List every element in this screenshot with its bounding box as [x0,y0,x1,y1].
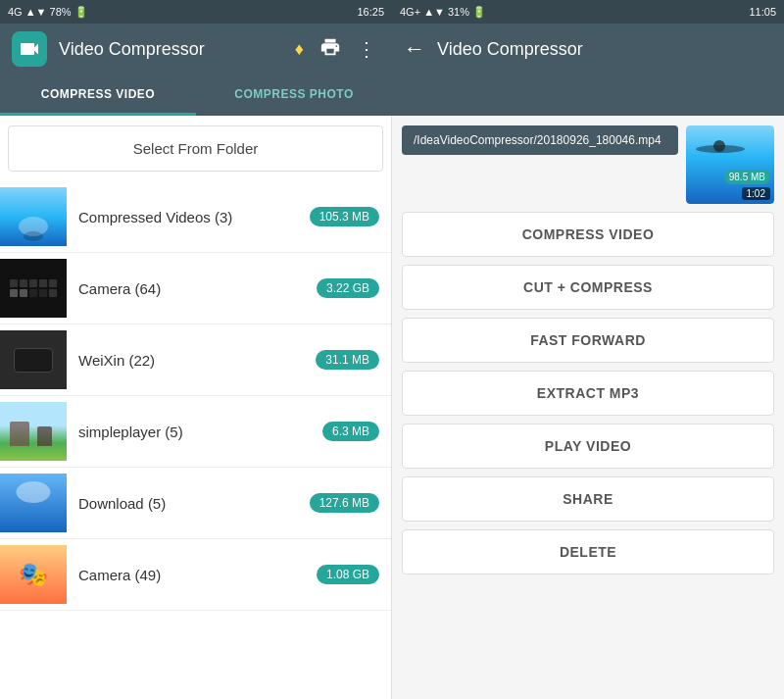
folder-thumbnail [0,330,67,389]
thumb-size-badge: 98.5 MB [724,170,770,184]
folder-size-badge: 6.3 MB [322,422,379,441]
tab-compress-video[interactable]: COMPRESS VIDEO [0,75,196,116]
folder-info: Camera (49) [78,567,317,583]
back-icon[interactable]: ← [404,36,425,62]
select-from-folder-button[interactable]: Select From Folder [8,125,383,172]
folder-info: Compressed Videos (3) [78,209,310,225]
folder-name: simpleplayer (5) [78,424,322,440]
app-title-right: Video Compressor [437,39,768,60]
folder-thumbnail [0,187,67,246]
folder-name: Camera (49) [78,567,317,583]
folder-size-badge: 1.08 GB [317,565,379,584]
folder-info: Download (5) [78,495,310,512]
fast-forward-button[interactable]: FAST FORWARD [402,318,774,363]
time-right: 11:05 [749,6,776,18]
network-info-right: 4G+ ▲▼ 31% 🔋 [400,6,486,19]
list-item[interactable]: Download (5) 127.6 MB [0,468,391,539]
print-icon[interactable] [319,36,341,63]
tab-compress-photo[interactable]: COMPRESS PHOTO [196,75,392,116]
play-video-button[interactable]: PLAY VIDEO [402,424,774,469]
cut-compress-button[interactable]: CUT + COMPRESS [402,265,774,310]
action-buttons: COMPRESS VIDEO CUT + COMPRESS FAST FORWA… [402,212,774,574]
tabs-bar: COMPRESS VIDEO COMPRESS PHOTO [0,75,392,116]
file-path-bar: /IdeaVideoCompressor/20180926_180046.mp4 [402,125,678,155]
list-item[interactable]: Camera (64) 3.22 GB [0,253,391,325]
folder-name: Download (5) [78,495,310,512]
folder-size-badge: 105.3 MB [310,207,379,226]
header-icons-left: ♦ ⋮ [295,36,376,63]
right-panel: /IdeaVideoCompressor/20180926_180046.mp4… [392,116,784,699]
folder-size-badge: 127.6 MB [310,493,379,513]
folder-info: Camera (64) [78,280,317,297]
folder-list: Compressed Videos (3) 105.3 MB [0,181,391,611]
delete-button[interactable]: DELETE [402,529,774,574]
folder-name: WeiXin (22) [78,352,316,369]
status-bar-right: 4G+ ▲▼ 31% 🔋 11:05 [392,0,784,24]
folder-size-badge: 3.22 GB [317,278,379,298]
folder-thumbnail [0,259,67,318]
compress-video-button[interactable]: COMPRESS VIDEO [402,212,774,257]
share-button[interactable]: SHARE [402,476,774,522]
list-item[interactable]: Compressed Videos (3) 105.3 MB [0,181,391,253]
time-left: 16:25 [357,6,384,18]
extract-mp3-button[interactable]: EXTRACT MP3 [402,371,774,416]
app-bar-left: Video Compressor ♦ ⋮ [0,24,388,75]
app-bar-right: ← Video Compressor [388,24,784,75]
gem-icon[interactable]: ♦ [295,39,304,60]
app-icon-left [12,31,47,67]
folder-name: Camera (64) [78,280,317,297]
left-panel: Select From Folder Compressed Videos (3)… [0,116,392,699]
app-title-left: Video Compressor [59,39,283,60]
folder-info: WeiXin (22) [78,352,316,369]
folder-thumbnail: 🎭 [0,545,67,604]
folder-name: Compressed Videos (3) [78,209,310,225]
main-content: Select From Folder Compressed Videos (3)… [0,116,784,699]
list-item[interactable]: simpleplayer (5) 6.3 MB [0,396,391,468]
folder-info: simpleplayer (5) [78,424,322,440]
thumb-duration: 1:02 [742,187,770,200]
network-info-left: 4G ▲▼ 78% 🔋 [8,6,88,19]
status-bar-left: 4G ▲▼ 78% 🔋 16:25 [0,0,392,24]
folder-thumbnail [0,402,67,461]
list-item[interactable]: WeiXin (22) 31.1 MB [0,325,391,396]
folder-size-badge: 31.1 MB [316,350,379,370]
list-item[interactable]: 🎭 Camera (49) 1.08 GB [0,539,391,611]
more-icon[interactable]: ⋮ [357,37,376,61]
file-path-row: /IdeaVideoCompressor/20180926_180046.mp4… [402,125,774,204]
folder-thumbnail [0,474,67,532]
video-thumbnail: 98.5 MB 1:02 [686,125,774,204]
